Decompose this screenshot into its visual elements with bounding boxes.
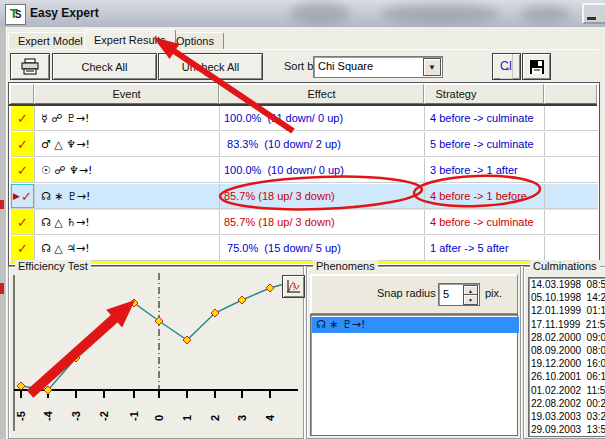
distribution-chart-button[interactable] — [282, 275, 305, 298]
culmination-date[interactable]: 26.10.2001 06:1 — [529, 370, 605, 383]
effect-cell[interactable]: 83.3% (10 down/ 2 up) — [220, 132, 425, 157]
check-all-button[interactable]: Check All — [52, 53, 157, 80]
culmination-date[interactable]: 08.09.2000 08:0 — [529, 344, 605, 357]
table-row-selected[interactable]: ▶✓ ☊ ∗ ♇→! 85.7% (18 up/ 3 down) 4 befor… — [10, 184, 598, 210]
sort-by-value: Chi Square — [318, 60, 373, 72]
extra-cell — [545, 184, 598, 209]
snap-radius-label: Snap radius — [377, 287, 436, 299]
row-checkbox-cell[interactable]: ▶✓ — [11, 106, 35, 131]
culmination-date[interactable]: 29.09.2003 13:5 — [529, 423, 605, 436]
efficiency-chart[interactable]: -5-4-3-2-101234 — [11, 271, 301, 435]
row-checkbox-cell[interactable]: ▶✓ — [11, 158, 35, 183]
svg-text:3: 3 — [236, 415, 248, 421]
event-cell[interactable]: ☊ △ ♃→! — [35, 236, 220, 261]
strategy-cell[interactable]: 1 after -> 5 after — [425, 236, 545, 261]
event-cell[interactable]: ☿ ☍ ♇→! — [35, 106, 220, 131]
tab-expert-model[interactable]: Expert Model — [8, 32, 93, 50]
check-icon: ✓ — [17, 137, 28, 152]
table-row[interactable]: ▶✓ ♂ △ ♆→! 83.3% (10 down/ 2 up) 5 befor… — [10, 132, 598, 158]
effect-cell[interactable]: 75.0% (15 down/ 5 up) — [220, 236, 425, 261]
culminations-title: Culminations — [530, 260, 600, 272]
snap-radius-spinner[interactable]: 5 ▲ ▼ — [438, 283, 480, 306]
window-title: Easy Expert — [30, 6, 99, 20]
culmination-date[interactable]: 14.03.1998 08:5 — [529, 278, 605, 291]
header-strategy-label: Strategy — [436, 88, 477, 100]
table-row[interactable]: ▶✓ ☊ △ ♄→! 85.7% (18 up/ 3 down) 4 befor… — [10, 210, 598, 236]
row-checkbox-cell[interactable]: ▶✓ — [11, 184, 35, 209]
selected-row-marker: ▶ — [13, 191, 20, 201]
results-table: Event Effect Strategy ▶✓ ☿ ☍ ♇→! 100.0% … — [8, 82, 600, 266]
svg-text:0: 0 — [153, 415, 165, 421]
sort-by-combobox[interactable]: Chi Square ▼ — [313, 56, 443, 78]
combobox-dropdown-button[interactable]: ▼ — [423, 58, 441, 76]
header-check-column[interactable] — [10, 84, 34, 104]
culmination-date[interactable]: 12.01.1999 01:1 — [529, 304, 605, 317]
phenomens-list-item-selected[interactable]: ☊ ∗ ♇→! — [312, 317, 519, 333]
partial-next-row — [10, 261, 598, 264]
header-event[interactable]: Event — [34, 84, 219, 104]
phenomens-list[interactable]: ☊ ∗ ♇→! — [310, 314, 518, 436]
ci-button[interactable]: →CI — [492, 53, 521, 80]
svg-text:4: 4 — [264, 414, 276, 421]
header-extra-column[interactable] — [544, 84, 597, 104]
phenomens-panel: Phenomens Snap radius 5 ▲ ▼ pix. ☊ ∗ ♇→! — [306, 266, 521, 439]
row-checkbox-cell[interactable]: ▶✓ — [11, 236, 35, 261]
check-icon: ✓ — [17, 111, 28, 126]
svg-text:1: 1 — [181, 415, 193, 421]
background-red-mark — [0, 283, 4, 294]
effect-cell[interactable]: 85.7% (18 up/ 3 down) — [220, 210, 425, 235]
background-blur — [520, 6, 570, 22]
tab-expert-results[interactable]: Expert Results — [84, 29, 176, 50]
event-cell[interactable]: ♂ △ ♆→! — [35, 132, 220, 157]
event-cell[interactable]: ☊ △ ♄→! — [35, 210, 220, 235]
spinner-down-button[interactable]: ▼ — [463, 294, 478, 305]
culmination-date[interactable]: 01.02.2002 11:5 — [529, 384, 605, 397]
culmination-date[interactable]: 28.02.2000 09:0 — [529, 331, 605, 344]
check-icon: ✓ — [21, 189, 32, 204]
snap-radius-panel: Snap radius 5 ▲ ▼ pix. — [310, 274, 518, 314]
chevron-down-icon: ▼ — [428, 63, 436, 72]
strategy-cell[interactable]: 4 before -> culminate — [425, 210, 545, 235]
extra-cell — [545, 158, 598, 183]
snap-radius-value: 5 — [443, 288, 449, 300]
svg-text:-4: -4 — [42, 410, 54, 421]
culminations-list[interactable]: 14.03.1998 08:5 05.10.1998 14:2 12.01.19… — [528, 277, 605, 437]
extra-cell — [545, 132, 598, 157]
floppy-disk-icon — [529, 59, 545, 75]
minimize-button[interactable] — [582, 3, 605, 24]
strategy-cell[interactable]: 4 before -> 1 before — [425, 184, 545, 209]
strategy-cell[interactable]: 4 before -> culminate — [425, 106, 545, 131]
culmination-date[interactable]: 22.08.2002 00:2 — [529, 397, 605, 410]
print-button[interactable] — [10, 53, 50, 80]
effect-cell[interactable]: 100.0% (10 down/ 0 up) — [220, 158, 425, 183]
table-row[interactable]: ▶✓ ☉ ☍ ♆→! 100.0% (10 down/ 0 up) 3 befo… — [10, 158, 598, 184]
svg-text:-3: -3 — [70, 411, 82, 421]
culmination-date[interactable]: 19.12.2000 16:0 — [529, 357, 605, 370]
check-icon: ✓ — [17, 241, 28, 256]
svg-text:-1: -1 — [128, 411, 140, 421]
effect-cell[interactable]: 85.7% (18 up/ 3 down) — [220, 184, 425, 209]
strategy-cell[interactable]: 3 before -> 1 after — [425, 158, 545, 183]
save-button[interactable] — [522, 53, 551, 80]
table-row[interactable]: ▶✓ ☿ ☍ ♇→! 100.0% (11 down/ 0 up) 4 befo… — [10, 106, 598, 132]
check-icon: ✓ — [17, 163, 28, 178]
header-effect[interactable]: Effect — [219, 84, 424, 104]
screenshot-root: TS Easy Expert Expert Model Expert Resul… — [0, 0, 605, 439]
check-icon: ✓ — [17, 215, 28, 230]
uncheck-all-button[interactable]: Uncheck All — [158, 53, 263, 80]
row-checkbox-cell[interactable]: ▶✓ — [11, 210, 35, 235]
printer-icon — [20, 58, 40, 75]
culmination-date[interactable]: 17.11.1999 21:5 — [529, 318, 605, 331]
header-strategy[interactable]: Strategy — [424, 84, 544, 104]
culmination-date[interactable]: 19.03.2003 03:2 — [529, 410, 605, 423]
effect-cell[interactable]: 100.0% (11 down/ 0 up) — [220, 106, 425, 131]
event-cell[interactable]: ☉ ☍ ♆→! — [35, 158, 220, 183]
event-cell[interactable]: ☊ ∗ ♇→! — [35, 184, 220, 209]
table-row[interactable]: ▶✓ ☊ △ ♃→! 75.0% (15 down/ 5 up) 1 after… — [10, 236, 598, 262]
culmination-date[interactable]: 05.10.1998 14:2 — [529, 291, 605, 304]
strategy-cell[interactable]: 5 before -> culminate — [425, 132, 545, 157]
ci-label: CI — [500, 54, 513, 79]
row-checkbox-cell[interactable]: ▶✓ — [11, 132, 35, 157]
svg-text:2: 2 — [209, 415, 221, 421]
background-red-mark — [0, 200, 4, 209]
